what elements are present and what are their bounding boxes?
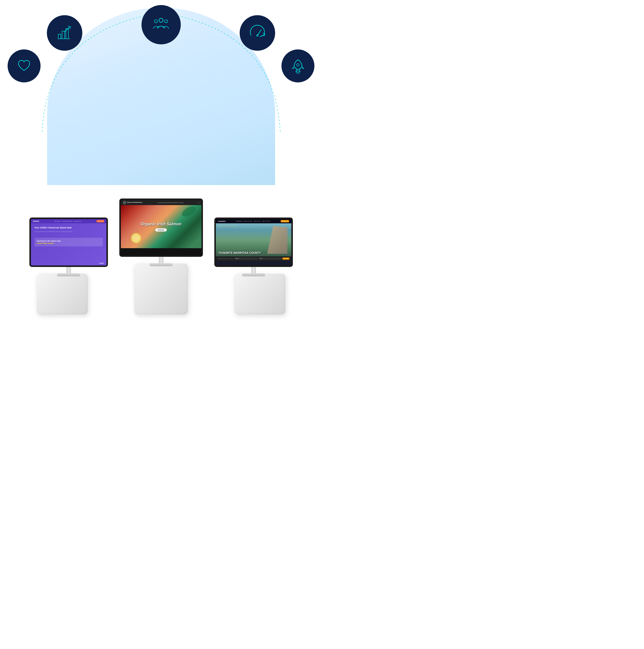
yosemite-book-btn[interactable]: BOOK NOW <box>282 258 289 260</box>
yosemite-enter-btn[interactable]: ENTER SITE <box>281 220 289 222</box>
monitor-center: Burren Smokehouse 24 TO 48 HOURS WORLDWI… <box>119 199 203 266</box>
embark-hero-title: Your Child's Tomorrow Starts Now <box>35 226 103 229</box>
monitor-right: YOSEMITE INSPIRATION PLACES TO STAY THIN… <box>214 218 293 276</box>
yosemite-guests-field[interactable]: GUESTS <box>259 258 281 260</box>
salmon-logo-circle <box>123 201 127 204</box>
svg-line-12 <box>296 72 297 74</box>
monitor-left: embark Why Embark? Embark Scholars Plus … <box>30 218 108 276</box>
salmon-top-bar: Burren Smokehouse 24 TO 48 HOURS WORLDWI… <box>121 200 201 205</box>
yosemite-plan-label: PLAN YOUR TRIP TO YOSEMITE <box>218 258 233 259</box>
embark-monitor-base <box>57 273 80 276</box>
embark-screen: embark Why Embark? Embark Scholars Plus … <box>30 218 108 267</box>
embark-savings-box: Saving for the future has never been eas… <box>35 238 103 247</box>
svg-line-8 <box>258 30 261 36</box>
yosemite-logo: YOSEMITE <box>218 221 226 222</box>
monitors-area: embark Why Embark? Embark Scholars Plus … <box>22 137 301 314</box>
embark-cta[interactable]: Get Started <box>96 220 104 222</box>
svg-line-14 <box>299 72 300 74</box>
embark-logo: embark <box>33 220 39 222</box>
salmon-brand-name: Burren Smokehouse <box>128 202 142 203</box>
svg-point-7 <box>165 20 168 23</box>
svg-rect-0 <box>58 34 61 39</box>
yosemite-content: YOSEMITE INSPIRATION PLACES TO STAY THIN… <box>216 219 291 265</box>
rocket-icon <box>281 49 314 82</box>
salmon-shipping-text: 24 TO 48 HOURS WORLDWIDE SHIPPING BY COU… <box>157 202 183 203</box>
salmon-hero-image: Organic Irish Salmon Shop Now <box>121 205 201 248</box>
yosemite-adventure-label: ADVENTURE STARTS HERE <box>218 225 237 227</box>
salmon-content: Burren Smokehouse 24 TO 48 HOURS WORLDWI… <box>121 200 201 255</box>
svg-point-5 <box>159 18 163 22</box>
yosemite-nav-links: INSPIRATION PLACES TO STAY THINGS TO DO … <box>236 221 270 222</box>
svg-point-11 <box>297 63 299 66</box>
salmon-shop-btn[interactable]: Shop Now <box>155 228 167 231</box>
embark-wavy-decoration <box>31 233 41 254</box>
yosemite-screen: YOSEMITE INSPIRATION PLACES TO STAY THIN… <box>214 218 293 267</box>
pedestal-left <box>37 274 88 314</box>
yosemite-date-field[interactable]: MM/DD/YY <box>234 258 258 260</box>
salmon-monitor-neck <box>159 257 164 263</box>
heart-icon <box>8 49 41 82</box>
svg-point-6 <box>154 20 157 23</box>
embark-hero: Your Child's Tomorrow Starts Now Your be… <box>31 223 106 238</box>
yosemite-nav: YOSEMITE INSPIRATION PLACES TO STAY THIN… <box>216 219 291 223</box>
salmon-brand: Burren Smokehouse <box>123 201 142 204</box>
pedestal-right <box>235 274 285 314</box>
embark-nav: embark Why Embark? Embark Scholars Plus … <box>31 219 106 223</box>
main-scene: embark Why Embark? Embark Scholars Plus … <box>0 0 322 324</box>
svg-rect-1 <box>62 31 64 39</box>
embark-monitor-neck <box>66 267 71 273</box>
svg-line-4 <box>64 27 70 32</box>
yosemite-search-bar: PLAN YOUR TRIP TO YOSEMITE MM/DD/YY GUES… <box>216 256 291 261</box>
speed-icon <box>240 15 275 51</box>
embark-bottom-label: embark <box>99 262 104 264</box>
salmon-screen: Burren Smokehouse 24 TO 48 HOURS WORLDWI… <box>119 199 203 257</box>
embark-content: embark Why Embark? Embark Scholars Plus … <box>31 219 106 265</box>
salmon-title: Organic Irish Salmon <box>141 222 181 226</box>
yosemite-monitor-base <box>242 273 265 276</box>
embark-hero-sub: Your best future starts here. Let Embark… <box>35 231 103 232</box>
salmon-monitor-base <box>150 263 173 266</box>
svg-line-10 <box>260 35 264 37</box>
chart-icon <box>47 15 82 51</box>
embark-nav-links: Why Embark? Embark Scholars Plus Learnin… <box>54 221 81 222</box>
yosemite-main-title: YOSEMITE MARIPOSA COUNTY <box>218 251 261 254</box>
people-icon <box>141 5 181 44</box>
embark-savings-text: Saving for the future has <box>37 240 100 242</box>
pedestal-center <box>135 264 188 314</box>
yosemite-monitor-neck <box>251 267 256 273</box>
embark-savings-highlight: never been easier <box>37 242 100 245</box>
salmon-menu-icon[interactable]: ☰ <box>198 202 199 203</box>
yosemite-hero: ADVENTURE STARTS HERE YOSEMITE MARIPOSA … <box>216 223 291 256</box>
